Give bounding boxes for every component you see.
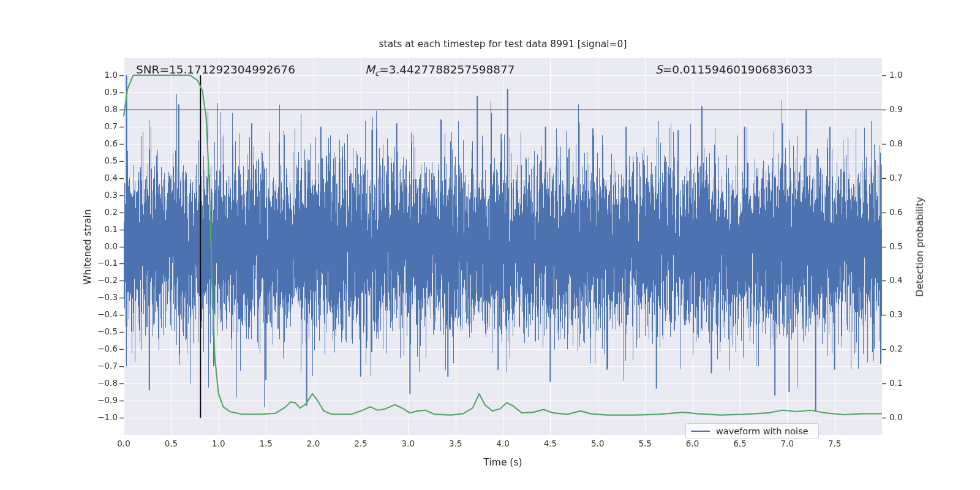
y-tick-label-left: 0.9	[0, 87, 118, 97]
legend-line-sample	[691, 431, 710, 432]
y-tick-label-left: −0.3	[0, 292, 118, 302]
y-tick-label-right: 0.3	[889, 309, 902, 319]
y-tick-label-left: 0.7	[0, 121, 118, 131]
y-tick-label-right: 0.0	[889, 412, 902, 422]
x-tick-label: 5.0	[582, 439, 613, 448]
annotation-snr: SNR=15.171292304992676	[136, 63, 295, 76]
legend: waveform with noise	[685, 423, 819, 439]
y-tick-label-left: 0.3	[0, 190, 118, 200]
y-tick-label-left: 0.1	[0, 224, 118, 234]
y-axis-label-right: Detection probability	[914, 197, 925, 297]
x-tick-label: 6.0	[677, 439, 708, 448]
x-tick-label: 3.0	[393, 439, 423, 448]
y-tick-label-left: −0.2	[0, 275, 118, 285]
y-tick-label-left: −0.7	[0, 361, 118, 371]
y-tick-label-left: −0.5	[0, 326, 118, 336]
y-tick-label-right: 0.6	[889, 207, 902, 217]
y-tick-label-left: −0.6	[0, 344, 118, 353]
x-tick-label: 6.5	[725, 439, 755, 448]
x-tick-label: 5.5	[630, 439, 660, 448]
chart-title: stats at each timestep for test data 899…	[379, 39, 627, 50]
y-tick-label-left: 0.8	[0, 104, 118, 114]
x-tick-label: 1.0	[203, 439, 234, 448]
x-tick-label: 4.5	[535, 439, 565, 448]
x-tick-label: 1.5	[251, 439, 281, 448]
x-tick-label: 3.5	[440, 439, 471, 448]
y-tick-label-right: 0.8	[889, 138, 902, 148]
y-tick-label-right: 0.4	[889, 275, 902, 285]
y-tick-label-left: 0.5	[0, 156, 118, 165]
legend-entry-label: waveform with noise	[716, 426, 809, 436]
x-tick-label: 0.0	[108, 439, 139, 448]
y-tick-label-right: 1.0	[889, 70, 902, 80]
figure: stats at each timestep for test data 899…	[0, 0, 980, 490]
y-tick-label-left: 1.0	[0, 70, 118, 80]
y-tick-label-left: −0.4	[0, 309, 118, 319]
y-tick-label-left: −0.9	[0, 395, 118, 405]
y-tick-label-left: −0.8	[0, 378, 118, 388]
mc-value: =3.4427788257598877	[379, 63, 514, 76]
s-symbol: S	[655, 63, 663, 76]
x-tick-label: 4.0	[488, 439, 518, 448]
x-tick-label: 2.0	[298, 439, 329, 448]
y-tick-label-left: 0.0	[0, 241, 118, 251]
mc-symbol: M	[365, 63, 375, 76]
x-tick-label: 7.5	[820, 439, 850, 448]
x-tick-label: 2.5	[345, 439, 376, 448]
x-tick-label: 7.0	[772, 439, 802, 448]
x-axis-label: Time (s)	[483, 457, 522, 468]
y-tick-label-right: 0.1	[889, 378, 902, 388]
y-tick-label-right: 0.5	[889, 241, 902, 251]
snr-text: SNR=15.171292304992676	[136, 63, 295, 76]
annotation-chirp-mass: Mc=3.4427788257598877	[365, 63, 515, 78]
annotation-s-stat: S=0.011594601906836033	[655, 63, 813, 76]
y-tick-label-left: 0.2	[0, 207, 118, 217]
s-value: =0.011594601906836033	[663, 63, 813, 76]
y-tick-label-left: −0.1	[0, 258, 118, 268]
y-tick-label-right: 0.2	[889, 344, 902, 353]
y-tick-label-left: 0.4	[0, 173, 118, 183]
y-tick-label-left: −1.0	[0, 412, 118, 422]
y-tick-label-right: 0.9	[889, 104, 902, 114]
x-tick-label: 0.5	[156, 439, 186, 448]
y-tick-label-left: 0.6	[0, 138, 118, 148]
y-tick-label-right: 0.7	[889, 173, 902, 183]
